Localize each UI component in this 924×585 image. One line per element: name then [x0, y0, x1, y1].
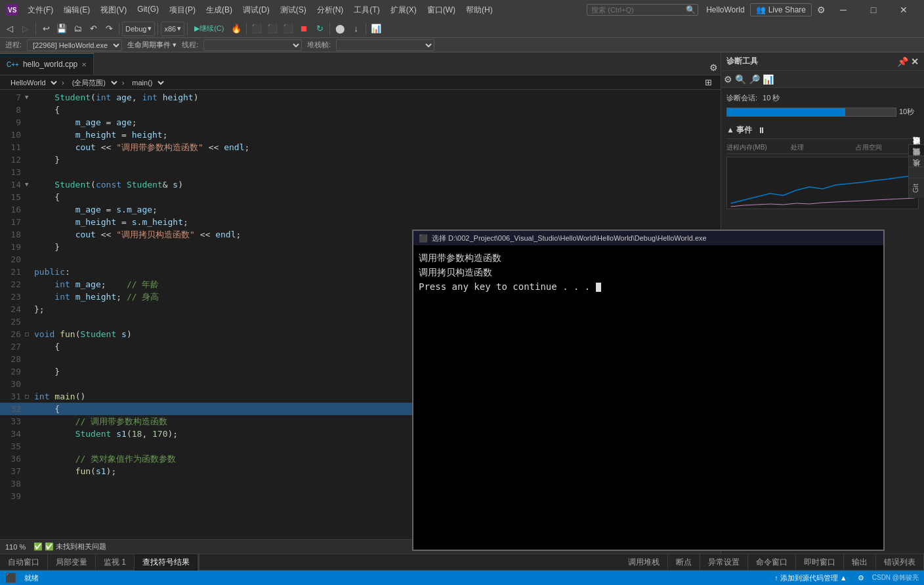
continue-button[interactable]: ▶ 继续(C) [190, 22, 228, 36]
tab-find-symbol[interactable]: 查找符号结果 [135, 554, 198, 571]
scope-select[interactable]: HelloWorld [5, 78, 59, 87]
tab-immediate-window[interactable]: 即时窗口 [796, 554, 844, 571]
menu-help[interactable]: 帮助(H) [461, 2, 498, 18]
redo-button[interactable]: ↷ [102, 22, 116, 36]
code-line-13: 13 [0, 166, 721, 178]
undo-button[interactable]: ↶ [86, 22, 100, 36]
debug-config-chevron: ▾ [148, 24, 152, 33]
save-all-button[interactable]: 🗂 [70, 22, 85, 36]
settings-icon[interactable]: ⚙ [814, 2, 828, 18]
tab-command-window[interactable]: 命令窗口 [748, 554, 796, 571]
arch-dropdown[interactable]: x86 ▾ [161, 22, 184, 36]
code-line-16: 16 m_age = s.m_age; [0, 203, 721, 216]
tab-breakpoints[interactable]: 断点 [668, 554, 700, 571]
menu-view[interactable]: 视图(V) [95, 2, 132, 18]
diag-pause-btn[interactable]: ⏸ [757, 126, 765, 135]
tab-error-list[interactable]: 错误列表 [876, 554, 924, 571]
maximize-button[interactable]: □ [858, 0, 889, 20]
console-line-3: Press any key to continue . . . [419, 279, 878, 294]
diag-search-btn[interactable]: 🔍 [735, 74, 746, 85]
thread-select[interactable] [203, 39, 302, 51]
menu-debug[interactable]: 调试(D) [238, 2, 275, 18]
no-issues-label: ✅ 未找到相关问题 [45, 542, 106, 550]
tab-close-btn[interactable]: ✕ [81, 61, 87, 68]
zoom-level[interactable]: 110 % [5, 543, 26, 551]
code-line-8: 8 { [0, 104, 721, 116]
run-cursor-button[interactable]: ↓ [348, 22, 363, 36]
status-settings-icon[interactable]: ⚙ [855, 574, 867, 582]
rside-tab-perf[interactable]: 调试性能探测 [909, 155, 924, 167]
tab-auto-vars[interactable]: 自动窗口 [0, 554, 48, 571]
menu-edit[interactable]: 编辑(E) [58, 2, 95, 18]
diag-chart [726, 157, 919, 209]
tab-locals[interactable]: 局部变量 [48, 554, 96, 571]
forward-button[interactable]: ▷ [18, 22, 33, 36]
tab-output[interactable]: 输出 [844, 554, 876, 571]
menu-git[interactable]: Git(G) [132, 2, 164, 18]
status-right: ↑ 添加到源代码管理 ▲ ⚙ CSDN @韩骏亮 [772, 573, 919, 583]
menu-analyze[interactable]: 分析(N) [312, 2, 349, 18]
step-out-button[interactable]: ⬛ [281, 22, 295, 36]
tab-exception-settings[interactable]: 异常设置 [700, 554, 748, 571]
arch-label: x86 [164, 25, 176, 33]
search-wrapper: 🔍 [587, 4, 698, 16]
tab-call-stack[interactable]: 调用堆栈 [620, 554, 668, 571]
debug-config-dropdown[interactable]: Debug ▾ [122, 22, 155, 36]
lifecycle-button[interactable]: 生命周期事件 ▾ [127, 40, 177, 50]
process-bar: 进程: [22968] HelloWorld.exe 生命周期事件 ▾ 线程: … [0, 38, 924, 52]
diag-close-btn[interactable]: ✕ [911, 56, 919, 67]
diag-progress-fill [727, 108, 845, 116]
menu-file[interactable]: 文件(F) [22, 2, 58, 18]
diag-zoom-btn[interactable]: 🔎 [749, 74, 760, 85]
rside-tab-diag[interactable]: 诊断过程调试 [909, 144, 924, 155]
menu-extensions[interactable]: 扩展(X) [385, 2, 422, 18]
scope-dropdown[interactable]: (全局范围) [67, 78, 119, 87]
menu-project[interactable]: 项目(P) [164, 2, 201, 18]
undo-group[interactable]: ↩ [39, 22, 53, 36]
search-input[interactable] [587, 4, 698, 16]
window-controls: ─ □ ✕ [828, 0, 919, 20]
tab-watch1[interactable]: 监视 1 [96, 554, 135, 571]
settings-gear[interactable]: ⚙ [706, 60, 721, 75]
diag-settings-btn[interactable]: ⚙ [724, 74, 732, 85]
add-source-control-btn[interactable]: ↑ 添加到源代码管理 ▲ [772, 573, 850, 583]
back-button[interactable]: ◁ [3, 22, 17, 36]
diag-session-value: 10 秒 [763, 93, 780, 103]
title-bar: VS 文件(F) 编辑(E) 视图(V) Git(G) 项目(P) 生成(B) … [0, 0, 924, 20]
rside-tab-stack[interactable]: 堆栈 [909, 167, 924, 178]
close-button[interactable]: ✕ [889, 0, 919, 20]
hot-reload-button[interactable]: 🔥 [229, 22, 243, 36]
process-select[interactable]: [22968] HelloWorld.exe [27, 39, 122, 51]
menu-window[interactable]: 窗口(W) [422, 2, 461, 18]
breadcrumb-bar: HelloWorld › (全局范围) › main() ⊞ [0, 75, 721, 90]
perf-profiler-button[interactable]: 📊 [369, 22, 383, 36]
minimize-button[interactable]: ─ [828, 0, 858, 20]
diag-progress-label: 10秒 [899, 107, 919, 117]
menu-build[interactable]: 生成(B) [201, 2, 238, 18]
function-dropdown[interactable]: main() [127, 78, 166, 87]
status-label[interactable]: 就绪 [22, 573, 41, 583]
bottom-tabs-right: 调用堆栈 断点 异常设置 命令窗口 即时窗口 输出 错误列表 [620, 554, 924, 571]
breakpoint-button[interactable]: ⬤ [333, 22, 347, 36]
stack-select[interactable] [336, 39, 434, 51]
restart-button[interactable]: ↻ [312, 22, 327, 36]
stop-button[interactable]: ⏹ [297, 22, 311, 36]
svg-text:VS: VS [8, 7, 17, 14]
menu-test[interactable]: 测试(S) [275, 2, 312, 18]
live-share-label: Live Share [768, 5, 806, 14]
editor-tab-hello-world[interactable]: C++ hello_world.cpp ✕ [0, 53, 94, 75]
diag-pin-btn[interactable]: 📌 [897, 56, 908, 67]
step-into-button[interactable]: ⬛ [265, 22, 280, 36]
menu-tools[interactable]: 工具(T) [348, 2, 385, 18]
no-issues-indicator[interactable]: ✅ ✅ 未找到相关问题 [33, 542, 106, 552]
diag-chart-btn[interactable]: 📊 [763, 74, 774, 85]
console-window[interactable]: ⬛ 选择 D:\002_Project\006_Visual_Studio\He… [412, 230, 885, 551]
step-over-button[interactable]: ⬛ [249, 22, 264, 36]
console-title-bar[interactable]: ⬛ 选择 D:\002_Project\006_Visual_Studio\He… [413, 231, 883, 245]
debug-config-label: Debug [125, 25, 146, 33]
rside-tab-git[interactable]: Git [909, 178, 924, 198]
save-button[interactable]: 💾 [54, 22, 69, 36]
live-share-button[interactable]: 👥 Live Share [750, 3, 812, 16]
split-editor-btn[interactable]: ⊞ [701, 75, 715, 90]
console-body[interactable]: 调用带参数构造函数 调用拷贝构造函数 Press any key to cont… [413, 245, 883, 550]
